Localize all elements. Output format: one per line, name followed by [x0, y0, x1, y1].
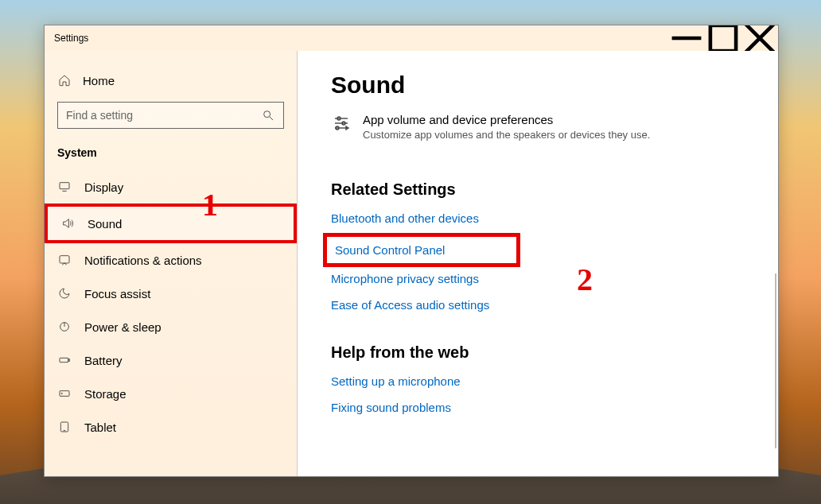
sidebar-item-tablet[interactable]: Tablet — [45, 410, 297, 444]
sidebar-item-label: Tablet — [84, 421, 116, 434]
content-pane: Sound App volume and device preferences … — [298, 51, 778, 476]
display-icon — [57, 180, 72, 194]
home-icon — [57, 73, 72, 87]
sidebar: Home System Display Sound Notifications … — [45, 51, 298, 476]
minimize-button[interactable] — [668, 25, 705, 51]
help-heading: Help from the web — [331, 343, 746, 362]
notifications-icon — [57, 253, 72, 267]
link-ease-of-access-audio[interactable]: Ease of Access audio settings — [331, 298, 746, 312]
sidebar-item-battery[interactable]: Battery — [45, 343, 297, 377]
annotation-box-2: Sound Control Panel — [323, 233, 520, 267]
search-icon — [261, 108, 275, 122]
settings-window: Settings Home — [44, 25, 779, 477]
sliders-icon — [331, 113, 352, 134]
svg-rect-11 — [60, 358, 68, 362]
svg-rect-6 — [60, 183, 69, 189]
sidebar-item-display[interactable]: Display — [45, 170, 297, 204]
titlebar: Settings — [45, 25, 778, 51]
sidebar-item-label: Power & sleep — [84, 320, 161, 334]
sidebar-item-label: Sound — [88, 217, 122, 231]
svg-rect-12 — [68, 359, 69, 362]
link-microphone-privacy[interactable]: Microphone privacy settings — [331, 272, 746, 285]
sidebar-item-focus-assist[interactable]: Focus assist — [45, 277, 297, 310]
close-button[interactable] — [741, 25, 778, 51]
page-title: Sound — [331, 72, 746, 99]
sidebar-item-label: Focus assist — [84, 287, 150, 300]
window-title: Settings — [54, 33, 88, 44]
power-icon — [57, 320, 72, 334]
svg-rect-8 — [60, 256, 69, 263]
sidebar-item-sound[interactable]: Sound — [45, 204, 297, 243]
sidebar-item-label: Display — [84, 180, 123, 194]
window-title-text: Settings — [54, 33, 88, 44]
home-label: Home — [83, 74, 115, 87]
app-volume-preferences[interactable]: App volume and device preferences Custom… — [331, 113, 746, 141]
category-label: System — [45, 146, 297, 170]
sidebar-item-label: Battery — [84, 354, 123, 367]
sidebar-item-storage[interactable]: Storage — [45, 377, 297, 410]
link-help-sound-problems[interactable]: Fixing sound problems — [331, 401, 746, 414]
sidebar-item-notifications[interactable]: Notifications & actions — [45, 243, 297, 277]
link-sound-control-panel[interactable]: Sound Control Panel — [335, 243, 445, 257]
search-box[interactable] — [57, 102, 284, 129]
sidebar-item-label: Notifications & actions — [84, 254, 202, 267]
svg-point-4 — [264, 111, 270, 118]
pref-text: App volume and device preferences Custom… — [363, 113, 650, 141]
battery-icon — [57, 353, 72, 367]
scroll-indicator[interactable] — [775, 273, 776, 448]
window-controls — [668, 25, 778, 51]
sidebar-item-label: Storage — [84, 387, 126, 401]
svg-line-5 — [270, 117, 273, 120]
maximize-button[interactable] — [705, 25, 741, 51]
annotation-1: 1 — [202, 186, 218, 223]
tablet-icon — [57, 420, 72, 434]
storage-icon — [57, 386, 72, 401]
focus-icon — [57, 286, 72, 300]
search-input[interactable] — [66, 109, 255, 122]
pref-desc: Customize app volumes and the speakers o… — [363, 129, 650, 141]
sidebar-item-power-sleep[interactable]: Power & sleep — [45, 310, 297, 343]
pref-title: App volume and device preferences — [363, 113, 650, 126]
svg-rect-1 — [710, 25, 736, 51]
annotation-2: 2 — [577, 261, 593, 298]
window-body: Home System Display Sound Notifications … — [45, 51, 778, 476]
svg-point-14 — [61, 393, 62, 394]
link-help-microphone[interactable]: Setting up a microphone — [331, 374, 746, 388]
home-link[interactable]: Home — [45, 68, 297, 102]
sound-icon — [60, 216, 75, 231]
link-bluetooth-devices[interactable]: Bluetooth and other devices — [331, 211, 746, 225]
related-settings-heading: Related Settings — [331, 180, 746, 199]
